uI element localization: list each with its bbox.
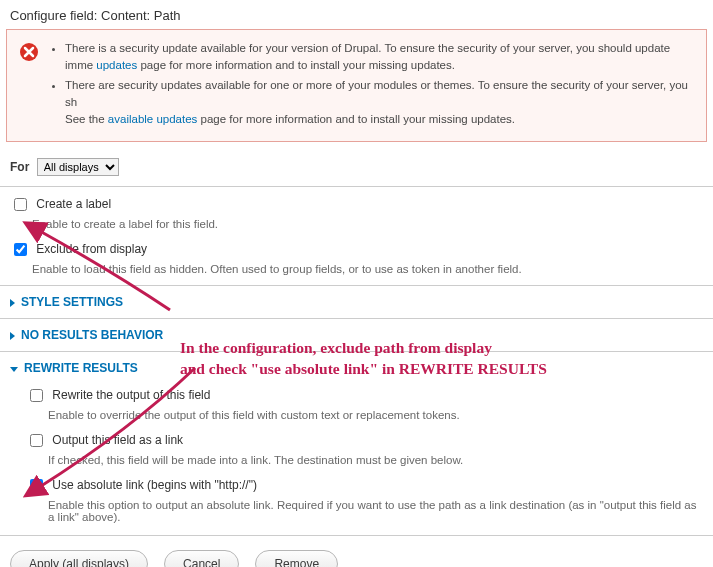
error-icon [19, 42, 39, 62]
output-as-link-desc: If checked, this field will be made into… [48, 454, 703, 466]
rewrite-results-label: REWRITE RESULTS [24, 361, 138, 375]
create-label-checkbox[interactable] [14, 198, 27, 211]
cancel-button[interactable]: Cancel [164, 550, 239, 567]
rewrite-output-option: Rewrite the output of this field Enable … [26, 386, 703, 421]
style-settings-fieldset: STYLE SETTINGS [0, 285, 713, 318]
alert-item: There are security updates available for… [65, 77, 696, 127]
alert-text: page for more information and to install… [137, 59, 455, 71]
security-alert: There is a security update available for… [6, 29, 707, 142]
create-label-desc: Enable to create a label for this field. [32, 218, 703, 230]
absolute-link-option: Use absolute link (begins with "http://"… [26, 476, 703, 523]
triangle-right-icon [10, 299, 15, 307]
style-settings-header[interactable]: STYLE SETTINGS [0, 286, 713, 318]
no-results-header[interactable]: NO RESULTS BEHAVIOR [0, 319, 713, 351]
apply-button[interactable]: Apply (all displays) [10, 550, 148, 567]
triangle-right-icon [10, 332, 15, 340]
rewrite-body: Rewrite the output of this field Enable … [0, 384, 713, 535]
alert-item: There is a security update available for… [65, 40, 696, 73]
remove-button[interactable]: Remove [255, 550, 338, 567]
alert-text: There are security updates available for… [65, 79, 688, 108]
button-row: Apply (all displays) Cancel Remove [0, 536, 713, 567]
style-settings-label: STYLE SETTINGS [21, 295, 123, 309]
basic-options: Create a label Enable to create a label … [0, 186, 713, 285]
alert-text: page for more information and to install… [197, 113, 515, 125]
create-label-text: Create a label [36, 197, 111, 211]
available-updates-link[interactable]: available updates [108, 113, 198, 125]
absolute-link-desc: Enable this option to output an absolute… [48, 499, 703, 523]
no-results-label: NO RESULTS BEHAVIOR [21, 328, 163, 342]
triangle-down-icon [10, 367, 18, 372]
rewrite-results-header[interactable]: REWRITE RESULTS [0, 352, 713, 384]
exclude-text: Exclude from display [36, 242, 147, 256]
rewrite-results-fieldset: REWRITE RESULTS Rewrite the output of th… [0, 351, 713, 536]
create-label-option: Create a label Enable to create a label … [10, 195, 703, 230]
no-results-fieldset: NO RESULTS BEHAVIOR [0, 318, 713, 351]
dialog-title: Configure field: Content: Path [0, 0, 713, 29]
updates-link[interactable]: updates [96, 59, 137, 71]
exclude-desc: Enable to load this field as hidden. Oft… [32, 263, 703, 275]
rewrite-output-checkbox[interactable] [30, 389, 43, 402]
rewrite-output-desc: Enable to override the output of this fi… [48, 409, 703, 421]
absolute-link-checkbox[interactable] [30, 479, 43, 492]
for-select[interactable]: All displays [37, 158, 119, 176]
output-as-link-option: Output this field as a link If checked, … [26, 431, 703, 466]
exclude-option: Exclude from display Enable to load this… [10, 240, 703, 275]
for-row: For All displays [0, 156, 713, 186]
exclude-checkbox[interactable] [14, 243, 27, 256]
alert-text: See the [65, 113, 108, 125]
output-as-link-text: Output this field as a link [52, 433, 183, 447]
for-label: For [10, 160, 29, 174]
output-as-link-checkbox[interactable] [30, 434, 43, 447]
absolute-link-text: Use absolute link (begins with "http://"… [52, 478, 257, 492]
rewrite-output-text: Rewrite the output of this field [52, 388, 210, 402]
